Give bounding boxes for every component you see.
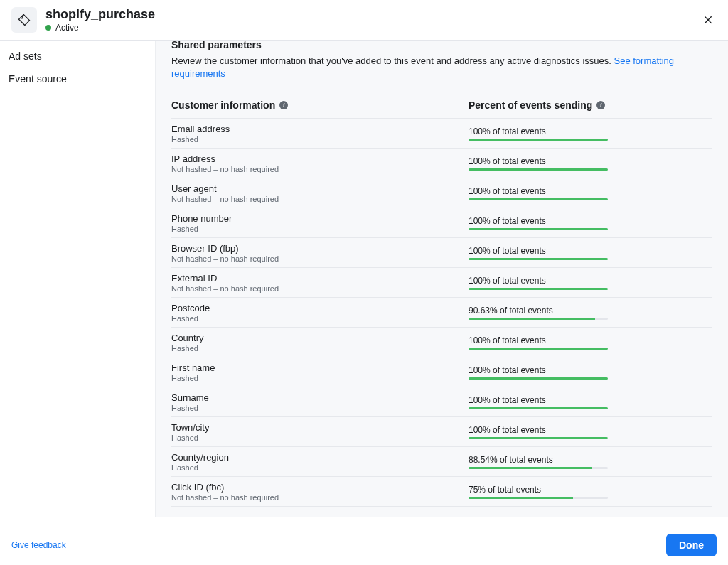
svg-point-0 xyxy=(21,16,23,18)
parameter-hash-status: Hashed xyxy=(171,404,469,412)
progress-bar xyxy=(469,437,608,439)
status-dot-icon xyxy=(46,25,51,31)
status-badge: Active xyxy=(46,23,155,33)
progress-bar xyxy=(469,168,608,171)
percent-label: 88.54% of total events xyxy=(469,455,670,465)
status-label: Active xyxy=(55,23,79,33)
progress-bar xyxy=(469,407,608,409)
table-row: County/regionHashed88.54% of total event… xyxy=(171,446,712,476)
table-row: Click ID (fbc)Not hashed – no hash requi… xyxy=(171,476,712,507)
progress-bar xyxy=(469,139,608,141)
parameter-hash-status: Hashed xyxy=(171,374,469,382)
close-icon xyxy=(702,14,714,26)
table-row: Phone numberHashed100% of total events xyxy=(171,208,712,237)
percent-label: 100% of total events xyxy=(469,216,670,226)
table-row: PostcodeHashed90.63% of total events xyxy=(171,297,712,327)
table-row: First nameHashed100% of total events xyxy=(171,357,712,387)
parameter-name: IP address xyxy=(171,154,469,164)
parameter-name: Country xyxy=(171,333,469,343)
percent-label: 100% of total events xyxy=(469,395,670,405)
progress-bar xyxy=(469,348,608,350)
percent-label: 100% of total events xyxy=(469,276,670,286)
parameter-name: Town/city xyxy=(171,422,469,433)
parameter-hash-status: Hashed xyxy=(171,434,469,442)
parameter-hash-status: Not hashed – no hash required xyxy=(171,493,469,502)
table-row: CountryHashed100% of total events xyxy=(171,327,712,357)
main-panel: Shared parameters Review the customer in… xyxy=(155,41,728,517)
parameter-name: User agent xyxy=(171,183,469,194)
section-title: Shared parameters xyxy=(171,41,712,50)
percent-label: 100% of total events xyxy=(469,156,670,166)
percent-label: 100% of total events xyxy=(469,425,670,435)
parameter-name: County/region xyxy=(171,452,469,463)
table-row: Browser ID (fbp)Not hashed – no hash req… xyxy=(171,237,712,267)
modal-footer: Give feedback Done xyxy=(0,525,728,565)
parameter-name: External ID xyxy=(171,273,469,284)
parameter-name: Email address xyxy=(171,124,469,134)
table-row: User agentNot hashed – no hash required1… xyxy=(171,178,712,208)
info-icon[interactable]: i xyxy=(279,101,288,109)
table-row: Town/cityHashed100% of total events xyxy=(171,416,712,446)
parameter-hash-status: Not hashed – no hash required xyxy=(171,254,469,263)
percent-label: 100% of total events xyxy=(469,186,670,196)
table-row: IP addressNot hashed – no hash required1… xyxy=(171,148,712,178)
parameter-name: Surname xyxy=(171,392,469,403)
customer-info-table: Customer information i Percent of events… xyxy=(171,95,712,507)
percent-label: 75% of total events xyxy=(469,485,670,495)
event-title: shopify_purchase xyxy=(46,7,155,22)
sidebar-item-adsets[interactable]: Ad sets xyxy=(0,45,155,68)
tag-icon xyxy=(11,7,37,33)
parameter-hash-status: Not hashed – no hash required xyxy=(171,284,469,293)
parameter-name: Browser ID (fbp) xyxy=(171,243,469,254)
parameter-name: First name xyxy=(171,362,469,373)
sidebar: Ad sets Event source xyxy=(0,41,155,517)
parameter-hash-status: Hashed xyxy=(171,344,469,353)
progress-bar xyxy=(469,497,608,499)
percent-label: 100% of total events xyxy=(469,335,670,345)
table-row: External IDNot hashed – no hash required… xyxy=(171,267,712,297)
parameter-hash-status: Hashed xyxy=(171,135,469,144)
parameter-name: Click ID (fbc) xyxy=(171,482,469,493)
percent-label: 90.63% of total events xyxy=(469,306,670,316)
progress-bar xyxy=(469,467,608,469)
progress-bar xyxy=(469,318,608,320)
progress-bar xyxy=(469,198,608,200)
modal-header: shopify_purchase Active xyxy=(0,0,728,41)
percent-label: 100% of total events xyxy=(469,246,670,256)
column-header-customer-info: Customer information i xyxy=(171,99,469,111)
progress-bar xyxy=(469,288,608,290)
close-button[interactable] xyxy=(698,10,718,30)
info-icon[interactable]: i xyxy=(596,101,605,109)
give-feedback-link[interactable]: Give feedback xyxy=(11,540,66,550)
column-header-percent: Percent of events sending i xyxy=(469,99,712,111)
progress-bar xyxy=(469,377,608,380)
progress-bar xyxy=(469,258,608,260)
parameter-hash-status: Hashed xyxy=(171,463,469,472)
parameter-name: Postcode xyxy=(171,303,469,313)
parameter-name: Phone number xyxy=(171,213,469,224)
parameter-hash-status: Not hashed – no hash required xyxy=(171,195,469,203)
parameter-hash-status: Hashed xyxy=(171,225,469,233)
table-row: Email addressHashed100% of total events xyxy=(171,118,712,148)
progress-bar xyxy=(469,228,608,230)
percent-label: 100% of total events xyxy=(469,365,670,375)
parameter-hash-status: Not hashed – no hash required xyxy=(171,165,469,173)
sidebar-item-eventsource[interactable]: Event source xyxy=(0,68,155,90)
section-description: Review the customer information that you… xyxy=(171,55,712,80)
done-button[interactable]: Done xyxy=(666,534,717,556)
table-row: SurnameHashed100% of total events xyxy=(171,387,712,416)
parameter-hash-status: Hashed xyxy=(171,314,469,323)
percent-label: 100% of total events xyxy=(469,127,670,136)
